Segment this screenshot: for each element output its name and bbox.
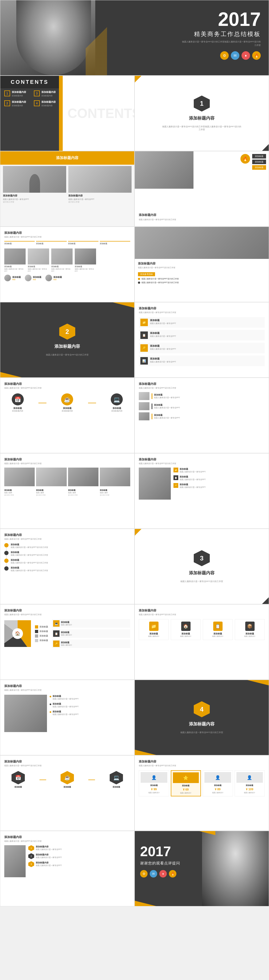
vl-content-3: 添加标题 福霖人服务设计是一家专业PPT设计的工作室 — [11, 558, 48, 566]
ig-title-3: 添加标题 — [205, 632, 230, 635]
avatar-2-img — [25, 275, 32, 281]
pc3-label: 添加标题 — [204, 784, 231, 787]
back-title: 谢谢您的观看点评提问 — [140, 861, 180, 866]
person-3-photo — [51, 248, 73, 264]
hex-title-1: 添加标题 — [11, 786, 25, 788]
fc-heading: 添加标题内容 — [4, 835, 130, 839]
rl-title-3: 添加标题 — [53, 710, 79, 713]
contents-item-sub-1: 添加标题内容 — [12, 94, 26, 97]
slide-yellow-feature: 添加标题内容 添加标题内容 福霖人服务设计是一家专业PPT 设计的工作室 添加标… — [0, 151, 135, 227]
price-card-1: 👤 添加标题 ¥ 99 福霖人服务设计 — [139, 770, 169, 796]
section2-body: 福霖人服务设计是一家专业PPT设计的工作室 — [46, 353, 89, 356]
pc2-label: 添加标题 — [173, 784, 199, 787]
vl-heading: 添加标题内容 — [4, 533, 130, 537]
fc-layout: 1 添加标题内容 福霖人服务设计是一家专业PPT 2 添加标题内容 福霖人服务设… — [4, 845, 130, 877]
pc2-img: ⭐ — [173, 772, 199, 783]
legend-1: 添加标题 — [35, 625, 48, 628]
back-icon-4: 🔥 — [169, 870, 177, 878]
ref-item-2-text: 福霖人服务设计是一家专业PPT设计的工作室 — [142, 281, 179, 284]
section3-title: 添加标题内容 — [189, 570, 215, 576]
section1-title: 添加标题内容 — [189, 116, 215, 121]
pr-heading: 添加标题内容 — [139, 760, 265, 764]
bp-heading: 添加标题内容 — [139, 457, 265, 461]
ig-title-2: 添加标题 — [173, 632, 198, 635]
rl-layout: 添加标题 福霖人服务设计是一家专业PPT 添加标题 福霖人服务设计是一家专业PP… — [4, 695, 130, 732]
pl-text-2: 添加标题 福霖人服务设计是一家专业PPT — [151, 404, 265, 409]
contents-header: CONTENTS — [0, 76, 59, 88]
tab-1: 添加标题 — [252, 154, 266, 159]
4p-labels: 添加标题 福霖人服务 设计的工作室 添加标题 福霖人服务 设计的工作室 添加标题… — [4, 489, 130, 496]
rl-item-3: 添加标题 福霖人服务设计是一家专业PPT — [49, 710, 130, 716]
slide-reference: 添加标题内容 福霖人服务设计是一家专业PPT设计的工作室 添加参考指标 福霖人服… — [135, 227, 269, 302]
photolist-items: 添加标题 福霖人服务设计是一家专业PPT 添加标题 福霖人服务设计是一家专业PP… — [139, 392, 265, 420]
rl-item-1: 添加标题 福霖人服务设计是一家专业PPT — [49, 695, 130, 700]
profile-item-3: 添加标题 — [68, 241, 99, 246]
back-photo — [202, 831, 269, 906]
person-4-photo — [75, 248, 96, 264]
steps-heading: 添加标题内容 — [4, 382, 130, 386]
vl-line-3 — [6, 563, 7, 566]
pi-sub-1: 福霖人服务设计 — [61, 624, 72, 626]
section4-body: 福霖人服务设计是一家专业PPT设计的工作室 — [180, 731, 223, 734]
ref-dot-1 — [138, 278, 140, 280]
bp-title-1: 添加标题 — [180, 468, 206, 471]
profiles-heading: 添加标题内容 — [4, 231, 130, 235]
contents-item-4: 4 添加标题内容 添加标题内容 — [34, 100, 60, 107]
fc-items: 1 添加标题内容 福霖人服务设计是一家专业PPT 2 添加标题内容 福霖人服务设… — [28, 845, 130, 877]
ref-item-1-text: 福霖人服务设计是一家专业PPT设计的工作室 — [142, 278, 179, 280]
pie-side-1: 💻 添加标题 福霖人服务设计 — [52, 619, 130, 628]
vl-title-4: 添加标题 — [11, 566, 48, 569]
price-card-4: 👤 添加标题 ¥ 109 福霖人服务设计 — [235, 770, 265, 796]
slide-profiles: 添加标题内容 福霖人服务设计是一家专业PPT设计的工作室 添加标题 添加标题 添… — [0, 227, 135, 302]
profile-item-4: 添加标题 — [100, 241, 130, 246]
vl-dot-3 — [4, 558, 8, 563]
contents-item-title-2: 添加标题内容 — [12, 100, 26, 104]
step-3-icon: 💻 — [111, 393, 123, 406]
ref-dot-2 — [138, 282, 140, 284]
cover-icon-2: ✉ — [231, 51, 239, 60]
pi-title-3: 添加标题 — [61, 641, 72, 644]
steps-icons-row: 📅 添加标题 添加标题内容 ☕ 添加标题 添加标题内容 💻 添加标题 添加标题内… — [4, 393, 130, 412]
legend-label-3: 添加标题 — [40, 635, 48, 637]
bp-title-2: 添加标题 — [180, 475, 206, 478]
bullet-4-icon: 📊 — [140, 357, 148, 364]
4photos-row — [4, 468, 130, 486]
legend-label-1: 添加标题 — [40, 625, 48, 628]
pl-title-2: 添加标题 — [154, 404, 265, 406]
legend-label-4: 添加标题 — [40, 639, 48, 642]
legend-3: 添加标题 — [35, 635, 48, 638]
pricing-grid: 👤 添加标题 ¥ 99 福霖人服务设计 ⭐ 添加标题 ¥ 69 福霖人服务设计 — [139, 770, 265, 796]
slide-back-cover: 2017 谢谢您的观看点评提问 ⚙ ✉ ♦ 🔥 — [135, 831, 269, 906]
vl-content-1: 添加标题 福霖人服务设计是一家专业PPT设计的工作室 — [11, 543, 48, 551]
contents-item-sub-2: 添加标题内容 — [12, 104, 26, 107]
vl-line-1 — [6, 547, 7, 551]
legend-4: 添加标题 — [35, 639, 48, 642]
fc-photo — [4, 845, 25, 877]
fc-sub-1: 福霖人服务设计是一家专业PPT — [36, 848, 62, 851]
bullet-4: 📊 添加标题 福霖人服务设计是一家专业PPT — [139, 355, 265, 366]
bp-items: 📁 添加标题 福霖人服务设计是一家专业PPT 📋 添加标题 福霖人服务设计是一家… — [173, 468, 265, 500]
pl-sub-3: 福霖人服务设计是一家专业PPT — [154, 417, 265, 419]
person-3-name: 添加标题 — [51, 265, 73, 268]
person-3-role: 福霖人服务设计是一家专业PPT — [51, 268, 73, 272]
label-1-sub: 福霖人服务设计是一家专业PPT — [3, 198, 66, 201]
avatar-1: 添加标题 ¥89 — [4, 275, 21, 281]
slide-steps2: 添加标题内容 福霖人服务设计是一家专业PPT设计的工作室 📅 添加标题 ☕ 添加… — [0, 755, 135, 831]
bullet-4-sub: 福霖人服务设计是一家专业PPT — [150, 361, 176, 363]
step-1-title: 添加标题 — [12, 407, 24, 410]
vl-sub-3: 福霖人服务设计是一家专业PPT设计的工作室 — [11, 562, 48, 564]
4p-l2-s2: 设计的工作室 — [36, 494, 67, 496]
pl-text-1: 添加标题 福霖人服务设计是一家专业PPT — [151, 393, 265, 399]
vl-timeline-1 — [4, 543, 8, 551]
4p-l4-s: 福霖人服务 — [100, 492, 130, 494]
rl-dot-3 — [49, 711, 51, 713]
4p-label-2: 添加标题 福霖人服务 设计的工作室 — [36, 489, 67, 496]
step-3-sub: 添加标题内容 — [111, 410, 123, 412]
slide-pricing: 添加标题内容 福霖人服务设计是一家专业PPT设计的工作室 👤 添加标题 ¥ 99… — [135, 755, 269, 831]
label-2-title: 添加标题内容 — [68, 194, 132, 197]
rl-dot-2 — [49, 703, 51, 705]
photolist-item-1: 添加标题 福霖人服务设计是一家专业PPT — [139, 392, 265, 400]
rl-sub-2: 福霖人服务设计是一家专业PPT — [53, 705, 79, 708]
cover-icon-4: 🔥 — [252, 51, 261, 60]
photos-row — [3, 166, 132, 193]
